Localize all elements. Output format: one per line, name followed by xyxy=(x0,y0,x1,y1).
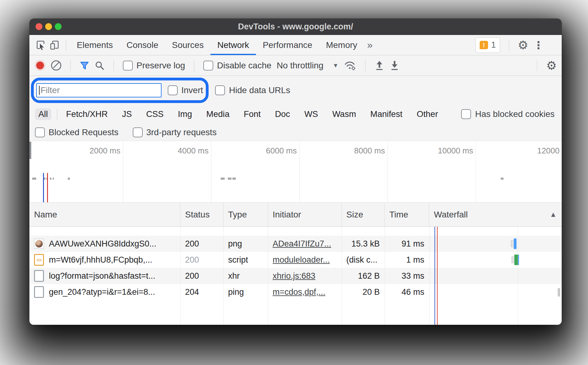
overview-tick-label: 12000 xyxy=(537,146,560,156)
invert-filter-checkbox[interactable] xyxy=(168,85,178,95)
preserve-log-checkbox[interactable] xyxy=(123,61,133,71)
clear-network-log-icon[interactable] xyxy=(51,60,61,71)
initiator-link[interactable]: m=cdos,dpf,... xyxy=(273,287,325,297)
tab-network[interactable]: Network xyxy=(210,35,256,55)
column-header-status[interactable]: Status xyxy=(180,203,223,226)
hide-data-urls-checkbox[interactable] xyxy=(215,85,225,95)
initiator-link[interactable]: xhrio.js:683 xyxy=(273,271,315,281)
tab-performance[interactable]: Performance xyxy=(256,35,319,55)
search-icon[interactable] xyxy=(95,61,105,71)
resource-type-filter-row: AllFetch/XHRJSCSSImgMediaFontDocWSWasmMa… xyxy=(29,105,562,124)
overview-request-mark xyxy=(44,178,45,180)
overview-gridline xyxy=(123,141,123,202)
request-name: gen_204?atyp=i&r=1&ei=8... xyxy=(49,287,155,297)
network-overview-timeline[interactable]: 2000 ms4000 ms6000 ms8000 ms10000 ms1200… xyxy=(29,141,562,203)
filter-chip-ws[interactable]: WS xyxy=(301,108,321,120)
request-type: script xyxy=(223,252,268,268)
column-header-name[interactable]: Name xyxy=(29,203,180,226)
more-panels-chevron-icon[interactable]: » xyxy=(367,39,373,51)
table-row[interactable]: log?format=json&hasfast=t... 200 xhr xhr… xyxy=(29,268,562,284)
column-header-size[interactable]: Size xyxy=(342,203,385,226)
column-header-waterfall[interactable]: Waterfall▲ xyxy=(429,203,562,226)
filter-input[interactable] xyxy=(36,83,162,97)
hide-data-urls-label: Hide data URLs xyxy=(229,85,290,95)
column-header-type[interactable]: Type xyxy=(223,203,268,226)
table-row[interactable]: AAWUweXANHG8IddxgS0... 200 png ADea4I7If… xyxy=(29,236,562,252)
waterfall-scrollbar-thumb[interactable] xyxy=(558,288,560,297)
issues-button[interactable]: ! 1 xyxy=(475,37,500,53)
request-type: png xyxy=(223,236,268,252)
warning-icon: ! xyxy=(480,41,488,49)
export-har-icon[interactable] xyxy=(390,60,400,71)
kebab-menu-icon[interactable]: ⋮ xyxy=(533,39,544,51)
column-header-initiator[interactable]: Initiator xyxy=(268,203,342,226)
import-har-icon[interactable] xyxy=(374,60,384,71)
filter-chip-doc[interactable]: Doc xyxy=(271,108,293,120)
request-status: 204 xyxy=(180,284,223,300)
overview-tick-label: 2000 ms xyxy=(89,146,120,156)
divider xyxy=(194,60,194,71)
overview-gridline xyxy=(299,141,300,202)
blocked-requests-label: Blocked Requests xyxy=(49,127,119,137)
third-party-requests-label: 3rd-party requests xyxy=(146,127,217,137)
inspect-element-icon[interactable] xyxy=(34,38,48,52)
third-party-requests-checkbox[interactable] xyxy=(133,127,143,137)
initiator-link[interactable]: ADea4I7IfZu7... xyxy=(273,239,331,249)
network-conditions-icon[interactable] xyxy=(344,60,356,71)
request-status: 200 xyxy=(180,268,223,284)
filter-chip-media[interactable]: Media xyxy=(203,108,233,120)
column-divider xyxy=(268,227,268,325)
initiator-link[interactable]: moduleloader... xyxy=(273,255,330,265)
has-blocked-cookies-checkbox[interactable] xyxy=(461,109,471,119)
tab-console[interactable]: Console xyxy=(120,35,165,55)
device-toolbar-icon[interactable] xyxy=(48,38,62,52)
column-header-time[interactable]: Time xyxy=(385,203,429,226)
disable-cache-checkbox[interactable] xyxy=(203,61,213,71)
divider xyxy=(57,109,57,119)
filter-chip-js[interactable]: JS xyxy=(119,108,135,120)
filter-input-wrap xyxy=(36,83,162,97)
overview-request-mark xyxy=(501,178,504,180)
filter-chip-fetch-xhr[interactable]: Fetch/XHR xyxy=(63,108,111,120)
tab-elements[interactable]: Elements xyxy=(70,35,120,55)
filter-chip-all[interactable]: All xyxy=(35,108,51,120)
window-titlebar: DevTools - www.google.com/ xyxy=(29,19,562,35)
filter-band: Invert Hide data URLs xyxy=(29,76,562,105)
record-network-log-button[interactable] xyxy=(36,62,44,69)
table-row[interactable]: gen_204?atyp=i&r=1&ei=8... 204 ping m=cd… xyxy=(29,284,562,300)
request-time: 46 ms xyxy=(385,284,429,300)
filter-chip-font[interactable]: Font xyxy=(240,108,264,120)
throttling-select[interactable]: No throttling ▼ xyxy=(277,61,339,71)
blocked-requests-checkbox[interactable] xyxy=(35,127,45,137)
screenshot-stage: DevTools - www.google.com/ ElementsConso… xyxy=(0,0,588,365)
filter-funnel-icon[interactable] xyxy=(80,61,89,70)
overview-request-mark xyxy=(221,178,225,180)
overview-request-mark xyxy=(50,178,51,180)
filter-chip-manifest[interactable]: Manifest xyxy=(367,108,406,120)
request-size: 162 B xyxy=(342,268,385,284)
filter-chip-other[interactable]: Other xyxy=(413,108,442,120)
waterfall-cell xyxy=(429,252,562,268)
filter-chip-css[interactable]: CSS xyxy=(143,108,167,120)
requests-table-body: AAWUweXANHG8IddxgS0... 200 png ADea4I7If… xyxy=(29,227,562,325)
request-type: ping xyxy=(223,284,268,300)
table-row[interactable]: m=Wt6vjf,hhhU8,FCpbqb,... 200 script mod… xyxy=(29,252,562,268)
file-icon xyxy=(34,270,44,282)
tab-sources[interactable]: Sources xyxy=(165,35,210,55)
divider xyxy=(509,40,509,51)
request-size: 20 B xyxy=(342,284,385,300)
network-settings-gear-icon[interactable]: ⚙ xyxy=(546,60,557,71)
dcl-event-line xyxy=(43,173,44,202)
load-event-line xyxy=(437,227,438,325)
overview-tick-label: 6000 ms xyxy=(266,146,297,156)
filter-chip-wasm[interactable]: Wasm xyxy=(329,108,360,120)
column-divider xyxy=(385,227,385,325)
tab-memory[interactable]: Memory xyxy=(319,35,364,55)
request-name: AAWUweXANHG8IddxgS0... xyxy=(49,239,156,249)
filter-chip-img[interactable]: Img xyxy=(175,108,196,120)
request-filter-checks-row: Blocked Requests 3rd-party requests xyxy=(29,124,562,141)
settings-gear-icon[interactable]: ⚙ xyxy=(518,39,528,51)
waterfall-bar xyxy=(514,238,517,249)
requests-table-header: NameStatusTypeInitiatorSizeTimeWaterfall… xyxy=(29,203,562,227)
issue-count: 1 xyxy=(491,40,496,50)
